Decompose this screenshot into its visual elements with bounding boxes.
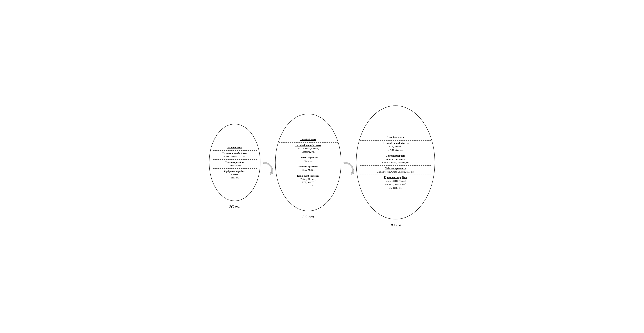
section-title: Equipment suppliers bbox=[213, 170, 257, 173]
section-title: Telecom operators bbox=[279, 165, 338, 168]
section-content: China Mobile, China Unicom, SK, etc. bbox=[360, 170, 431, 174]
diagram-container: Terminal users Terminal manufacturers BI… bbox=[221, 106, 423, 228]
section-title: Telecom operators bbox=[213, 161, 257, 164]
section-title: Terminal manufacturers bbox=[213, 152, 257, 155]
section-content: ZTE, Xiaomi,OPPO, vivo etc. bbox=[360, 145, 431, 152]
section-title: Equipment suppliers bbox=[360, 176, 431, 179]
section-2g-terminal-users: Terminal users bbox=[213, 144, 257, 151]
section-2g-equipment-suppliers: Equipment suppliers Huawei,ZTE, etc. bbox=[213, 169, 257, 180]
era-label-3g: 3G era bbox=[302, 214, 314, 219]
section-title: Terminal manufacturers bbox=[360, 142, 431, 145]
section-2g-terminal-manufacturers: Terminal manufacturers BIRD, Lenovo, TCL… bbox=[213, 151, 257, 160]
section-content: Huawei, ZTE, Datang,Ericsson, XAHT, Bell… bbox=[360, 179, 431, 190]
section-title: Terminal users bbox=[213, 146, 257, 149]
section-3g-telecom-operators: Telecom operators China Mobile bbox=[279, 164, 338, 173]
arrow-svg-2 bbox=[341, 159, 356, 181]
section-4g-terminal-users: Terminal users bbox=[360, 134, 431, 140]
section-4g-telecom-operators: Telecom operators China Mobile, China Un… bbox=[360, 166, 431, 175]
section-3g-equipment-suppliers: Equipment suppliers Datang, Huawei,ZTE, … bbox=[279, 173, 338, 188]
section-content: Datang, Huawei,ZTE, XAHT,ZCTT, etc. bbox=[279, 178, 338, 188]
era-group-4g: Terminal users Terminal manufacturers ZT… bbox=[356, 106, 435, 228]
section-title: Content suppliers bbox=[360, 154, 431, 157]
section-3g-content-suppliers: Content suppliers Vtion, etc. bbox=[279, 155, 338, 164]
section-3g-terminal-manufacturers: Terminal manufacturers ZTE, Huawei, Leno… bbox=[279, 143, 338, 155]
section-title: Telecom operators bbox=[360, 167, 431, 170]
section-4g-terminal-manufacturers: Terminal manufacturers ZTE, Xiaomi,OPPO,… bbox=[360, 140, 431, 153]
era-group-2g: Terminal users Terminal manufacturers BI… bbox=[209, 124, 260, 209]
ellipse-4g: Terminal users Terminal manufacturers ZT… bbox=[356, 106, 435, 220]
section-title: Terminal users bbox=[360, 136, 431, 139]
section-4g-equipment-suppliers: Equipment suppliers Huawei, ZTE, Datang,… bbox=[360, 175, 431, 190]
section-content: BIRD, Lenovo, TCL, etc. bbox=[213, 155, 257, 158]
section-2g-telecom-operators: Telecom operators China Mobile bbox=[213, 160, 257, 169]
arrow-2g-to-3g bbox=[260, 152, 275, 181]
era-label-2g: 2G era bbox=[229, 204, 240, 209]
section-content: ZTE, Huawei, Lenovo,Samsung, etc. bbox=[279, 147, 338, 154]
section-4g-content-suppliers: Content suppliers Vtion, Rixun, Meitu,Ba… bbox=[360, 153, 431, 166]
ellipse-3g: Terminal users Terminal manufacturers ZT… bbox=[275, 114, 341, 211]
section-content: Huawei,ZTE, etc. bbox=[213, 173, 257, 179]
section-content: China Mobile bbox=[213, 164, 257, 167]
ellipse-2g: Terminal users Terminal manufacturers BI… bbox=[209, 124, 260, 201]
arrow-3g-to-4g bbox=[341, 152, 356, 181]
section-title: Equipment suppliers bbox=[279, 174, 338, 177]
section-title: Terminal manufacturers bbox=[279, 144, 338, 147]
section-title: Content suppliers bbox=[279, 156, 338, 159]
section-content: Vtion, Rixun, Meitu,Baidu, Alibaba, Tenc… bbox=[360, 158, 431, 164]
section-3g-terminal-users: Terminal users bbox=[279, 136, 338, 143]
era-label-4g: 4G era bbox=[390, 223, 401, 228]
section-content: China Mobile bbox=[279, 168, 338, 172]
era-group-3g: Terminal users Terminal manufacturers ZT… bbox=[275, 114, 341, 219]
section-title: Terminal users bbox=[279, 138, 338, 141]
arrow-svg-1 bbox=[260, 159, 275, 181]
section-content: Vtion, etc. bbox=[279, 160, 338, 163]
